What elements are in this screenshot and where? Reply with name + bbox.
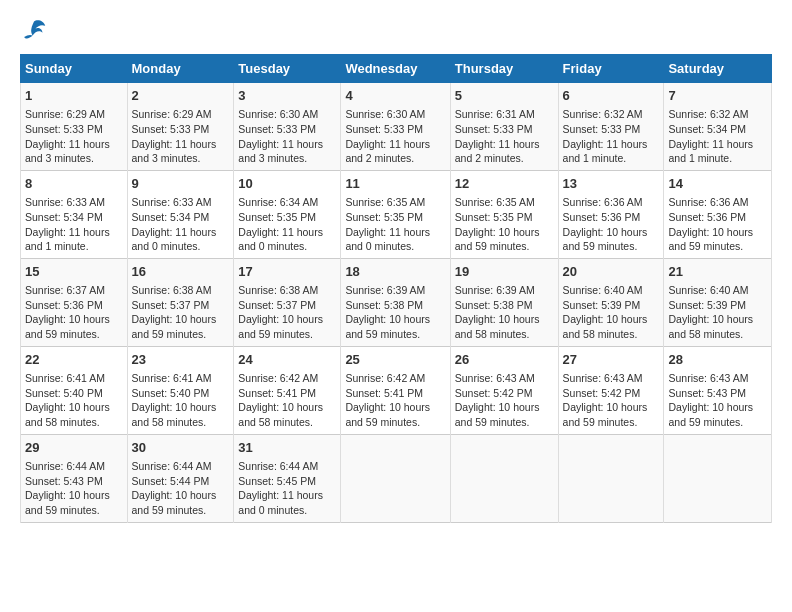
day-number: 23 bbox=[132, 351, 230, 369]
day-number: 24 bbox=[238, 351, 336, 369]
day-info-line: Sunset: 5:41 PM bbox=[238, 386, 336, 401]
day-info-line: Sunrise: 6:33 AM bbox=[132, 195, 230, 210]
day-info-line: Sunrise: 6:41 AM bbox=[132, 371, 230, 386]
day-info-line: Daylight: 11 hours bbox=[132, 137, 230, 152]
day-info-line: Daylight: 10 hours bbox=[345, 312, 445, 327]
day-info-line: and 0 minutes. bbox=[132, 239, 230, 254]
day-info-line: and 59 minutes. bbox=[238, 327, 336, 342]
day-number: 10 bbox=[238, 175, 336, 193]
day-info-line: Sunrise: 6:31 AM bbox=[455, 107, 554, 122]
day-info-line: Daylight: 10 hours bbox=[455, 312, 554, 327]
day-info-line: and 1 minute. bbox=[668, 151, 767, 166]
day-info-line: Sunset: 5:33 PM bbox=[25, 122, 123, 137]
day-info-line: Sunrise: 6:43 AM bbox=[455, 371, 554, 386]
calendar-week-2: 8Sunrise: 6:33 AMSunset: 5:34 PMDaylight… bbox=[21, 170, 772, 258]
day-info-line: Sunset: 5:40 PM bbox=[132, 386, 230, 401]
day-info-line: Sunset: 5:43 PM bbox=[668, 386, 767, 401]
day-info-line: Sunset: 5:39 PM bbox=[668, 298, 767, 313]
calendar-week-4: 22Sunrise: 6:41 AMSunset: 5:40 PMDayligh… bbox=[21, 346, 772, 434]
calendar-cell: 20Sunrise: 6:40 AMSunset: 5:39 PMDayligh… bbox=[558, 258, 664, 346]
header-row: SundayMondayTuesdayWednesdayThursdayFrid… bbox=[21, 55, 772, 83]
day-info-line: Sunrise: 6:42 AM bbox=[345, 371, 445, 386]
day-number: 22 bbox=[25, 351, 123, 369]
day-info-line: Sunset: 5:36 PM bbox=[563, 210, 660, 225]
day-info-line: and 59 minutes. bbox=[668, 415, 767, 430]
day-info-line: Sunrise: 6:43 AM bbox=[668, 371, 767, 386]
calendar-cell: 29Sunrise: 6:44 AMSunset: 5:43 PMDayligh… bbox=[21, 434, 128, 522]
day-number: 4 bbox=[345, 87, 445, 105]
day-number: 14 bbox=[668, 175, 767, 193]
day-info-line: Daylight: 11 hours bbox=[345, 137, 445, 152]
day-info-line: and 0 minutes. bbox=[345, 239, 445, 254]
calendar-cell: 10Sunrise: 6:34 AMSunset: 5:35 PMDayligh… bbox=[234, 170, 341, 258]
day-info-line: Sunset: 5:33 PM bbox=[563, 122, 660, 137]
day-info-line: and 58 minutes. bbox=[25, 415, 123, 430]
day-info-line: and 59 minutes. bbox=[668, 239, 767, 254]
day-info-line: Sunrise: 6:32 AM bbox=[563, 107, 660, 122]
day-info-line: Sunset: 5:37 PM bbox=[238, 298, 336, 313]
day-info-line: and 59 minutes. bbox=[455, 239, 554, 254]
calendar-cell: 31Sunrise: 6:44 AMSunset: 5:45 PMDayligh… bbox=[234, 434, 341, 522]
day-info-line: Daylight: 11 hours bbox=[668, 137, 767, 152]
day-number: 7 bbox=[668, 87, 767, 105]
calendar-cell: 30Sunrise: 6:44 AMSunset: 5:44 PMDayligh… bbox=[127, 434, 234, 522]
calendar-cell: 17Sunrise: 6:38 AMSunset: 5:37 PMDayligh… bbox=[234, 258, 341, 346]
day-number: 2 bbox=[132, 87, 230, 105]
day-number: 17 bbox=[238, 263, 336, 281]
calendar-cell: 8Sunrise: 6:33 AMSunset: 5:34 PMDaylight… bbox=[21, 170, 128, 258]
day-info-line: Sunset: 5:36 PM bbox=[668, 210, 767, 225]
day-info-line: and 58 minutes. bbox=[668, 327, 767, 342]
day-info-line: Sunset: 5:35 PM bbox=[238, 210, 336, 225]
day-number: 12 bbox=[455, 175, 554, 193]
day-info-line: Daylight: 11 hours bbox=[563, 137, 660, 152]
day-number: 15 bbox=[25, 263, 123, 281]
day-info-line: Sunrise: 6:34 AM bbox=[238, 195, 336, 210]
day-info-line: Daylight: 10 hours bbox=[25, 312, 123, 327]
day-info-line: Daylight: 10 hours bbox=[668, 400, 767, 415]
day-info-line: Sunrise: 6:40 AM bbox=[668, 283, 767, 298]
header-day-thursday: Thursday bbox=[450, 55, 558, 83]
day-info-line: Sunset: 5:34 PM bbox=[132, 210, 230, 225]
day-info-line: Sunrise: 6:29 AM bbox=[132, 107, 230, 122]
day-info-line: Daylight: 10 hours bbox=[668, 312, 767, 327]
day-number: 26 bbox=[455, 351, 554, 369]
day-info-line: Sunset: 5:35 PM bbox=[455, 210, 554, 225]
day-info-line: and 59 minutes. bbox=[25, 503, 123, 518]
day-info-line: Sunset: 5:43 PM bbox=[25, 474, 123, 489]
day-info-line: Sunrise: 6:35 AM bbox=[345, 195, 445, 210]
calendar-cell: 9Sunrise: 6:33 AMSunset: 5:34 PMDaylight… bbox=[127, 170, 234, 258]
day-info-line: Daylight: 10 hours bbox=[563, 400, 660, 415]
day-number: 20 bbox=[563, 263, 660, 281]
day-number: 19 bbox=[455, 263, 554, 281]
header-day-friday: Friday bbox=[558, 55, 664, 83]
calendar-cell: 3Sunrise: 6:30 AMSunset: 5:33 PMDaylight… bbox=[234, 83, 341, 171]
calendar-cell: 21Sunrise: 6:40 AMSunset: 5:39 PMDayligh… bbox=[664, 258, 772, 346]
day-info-line: Sunrise: 6:32 AM bbox=[668, 107, 767, 122]
day-info-line: and 1 minute. bbox=[563, 151, 660, 166]
day-info-line: Daylight: 10 hours bbox=[238, 400, 336, 415]
header-day-wednesday: Wednesday bbox=[341, 55, 450, 83]
day-info-line: and 59 minutes. bbox=[345, 415, 445, 430]
day-info-line: Sunrise: 6:44 AM bbox=[132, 459, 230, 474]
calendar-table: SundayMondayTuesdayWednesdayThursdayFrid… bbox=[20, 54, 772, 523]
day-info-line: and 59 minutes. bbox=[132, 327, 230, 342]
day-number: 30 bbox=[132, 439, 230, 457]
calendar-cell: 13Sunrise: 6:36 AMSunset: 5:36 PMDayligh… bbox=[558, 170, 664, 258]
day-info-line: Sunset: 5:44 PM bbox=[132, 474, 230, 489]
day-info-line: and 59 minutes. bbox=[25, 327, 123, 342]
day-number: 29 bbox=[25, 439, 123, 457]
day-number: 16 bbox=[132, 263, 230, 281]
day-number: 18 bbox=[345, 263, 445, 281]
day-info-line: and 59 minutes. bbox=[563, 415, 660, 430]
header bbox=[20, 16, 772, 44]
day-info-line: Sunrise: 6:44 AM bbox=[25, 459, 123, 474]
day-info-line: Sunrise: 6:37 AM bbox=[25, 283, 123, 298]
day-info-line: and 59 minutes. bbox=[563, 239, 660, 254]
day-info-line: Sunrise: 6:30 AM bbox=[345, 107, 445, 122]
calendar-cell: 12Sunrise: 6:35 AMSunset: 5:35 PMDayligh… bbox=[450, 170, 558, 258]
day-info-line: Sunset: 5:34 PM bbox=[668, 122, 767, 137]
day-info-line: Sunrise: 6:39 AM bbox=[455, 283, 554, 298]
day-info-line: Sunset: 5:37 PM bbox=[132, 298, 230, 313]
calendar-cell bbox=[558, 434, 664, 522]
day-info-line: and 1 minute. bbox=[25, 239, 123, 254]
